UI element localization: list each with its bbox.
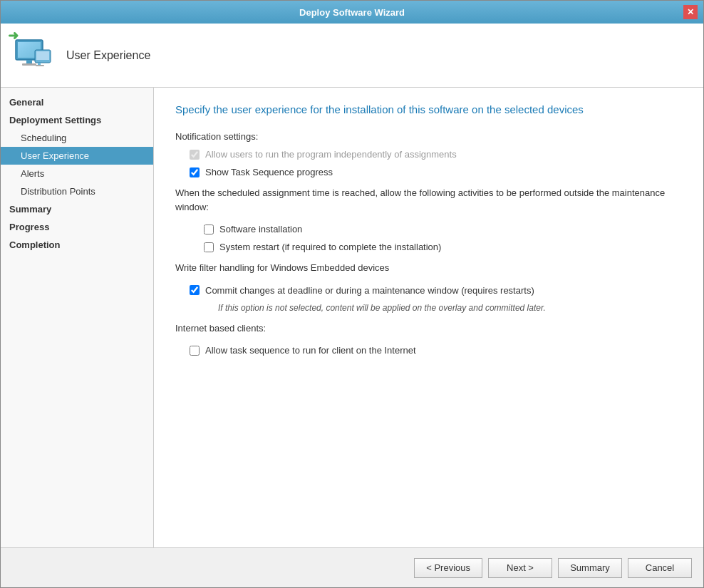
sidebar-item-progress[interactable]: Progress xyxy=(1,218,153,236)
close-button[interactable]: ✕ xyxy=(683,5,698,19)
body: General Deployment Settings Scheduling U… xyxy=(1,88,703,547)
maintenance-description: When the scheduled assignment time is re… xyxy=(175,186,682,214)
software-installation-row: Software installation xyxy=(204,224,682,234)
commit-changes-label: Commit changes at deadline or during a m… xyxy=(205,285,534,296)
notification-label: Notification settings: xyxy=(175,131,682,142)
system-restart-checkbox[interactable] xyxy=(204,242,214,252)
software-installation-checkbox[interactable] xyxy=(204,225,214,234)
title-bar: Deploy Software Wizard ✕ xyxy=(1,1,703,24)
summary-button[interactable]: Summary xyxy=(558,558,622,578)
allow-users-run-checkbox[interactable] xyxy=(190,150,200,160)
sidebar-item-user-experience[interactable]: User Experience xyxy=(1,147,153,165)
sidebar-item-distribution-points[interactable]: Distribution Points xyxy=(1,182,153,200)
internet-task-checkbox[interactable] xyxy=(190,346,200,356)
header-title: User Experience xyxy=(66,49,150,62)
software-installation-label: Software installation xyxy=(219,224,302,234)
svg-rect-4 xyxy=(22,63,36,66)
sidebar-item-alerts[interactable]: Alerts xyxy=(1,165,153,182)
header-icon xyxy=(12,34,55,77)
wizard-window: Deploy Software Wizard ✕ ➜ xyxy=(0,0,704,588)
sidebar-item-summary[interactable]: Summary xyxy=(1,200,153,218)
internet-task-row: Allow task sequence to run for client on… xyxy=(190,345,682,356)
show-progress-label: Show Task Sequence progress xyxy=(205,167,333,177)
svg-rect-6 xyxy=(36,51,49,60)
write-filter-hint: If this option is not selected, content … xyxy=(218,303,682,313)
system-restart-label: System restart (if required to complete … xyxy=(219,242,441,252)
svg-rect-3 xyxy=(26,60,32,63)
write-filter-label: Write filter handling for Windows Embedd… xyxy=(175,261,682,275)
cancel-button[interactable]: Cancel xyxy=(628,558,692,578)
sidebar: General Deployment Settings Scheduling U… xyxy=(1,88,154,547)
main-content: Specify the user experience for the inst… xyxy=(154,88,703,547)
internet-label: Internet based clients: xyxy=(175,321,682,336)
show-progress-row: Show Task Sequence progress xyxy=(190,167,682,177)
commit-changes-checkbox[interactable] xyxy=(190,285,200,295)
allow-users-run-label: Allow users to run the program independe… xyxy=(205,149,457,160)
svg-rect-8 xyxy=(36,65,44,66)
show-progress-checkbox[interactable] xyxy=(190,167,200,177)
internet-task-label: Allow task sequence to run for client on… xyxy=(205,345,416,356)
next-button[interactable]: Next > xyxy=(488,558,552,578)
svg-rect-7 xyxy=(38,63,41,65)
previous-button[interactable]: < Previous xyxy=(414,558,482,578)
sidebar-item-deployment-settings[interactable]: Deployment Settings xyxy=(1,111,153,129)
footer: < Previous Next > Summary Cancel xyxy=(1,547,703,587)
header: ➜ User Experience xyxy=(1,24,703,88)
allow-users-run-row: Allow users to run the program independe… xyxy=(190,149,682,160)
sidebar-item-general[interactable]: General xyxy=(1,93,153,111)
sidebar-item-scheduling[interactable]: Scheduling xyxy=(1,129,153,147)
commit-changes-row: Commit changes at deadline or during a m… xyxy=(190,285,682,296)
system-restart-row: System restart (if required to complete … xyxy=(204,242,682,252)
title-bar-text: Deploy Software Wizard xyxy=(21,7,683,18)
nav-arrow-icon: ➜ xyxy=(8,28,19,43)
sidebar-item-completion[interactable]: Completion xyxy=(1,236,153,254)
main-title: Specify the user experience for the inst… xyxy=(175,102,682,117)
